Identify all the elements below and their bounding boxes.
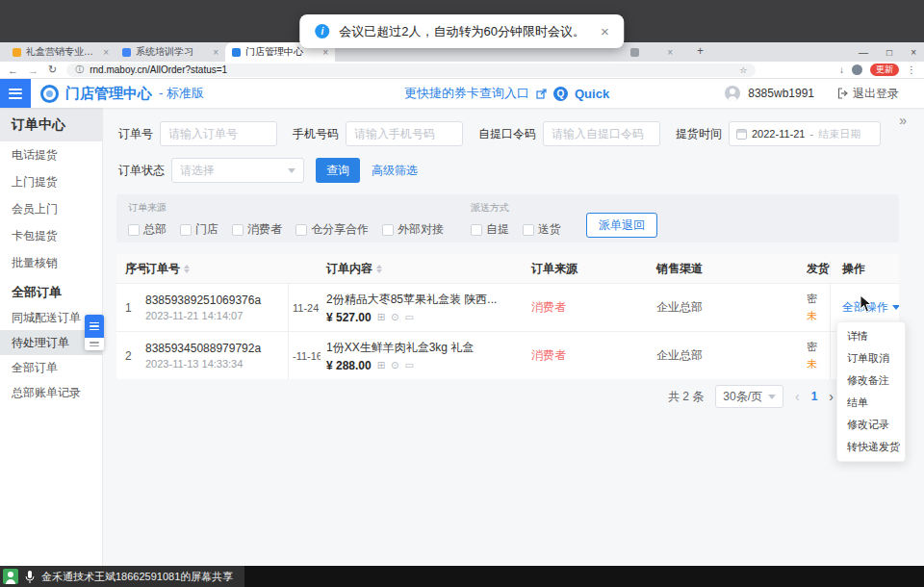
menu-item-details[interactable]: 详情	[837, 325, 905, 347]
app-edition: - 标准版	[159, 85, 204, 102]
user-avatar[interactable]	[725, 86, 740, 101]
quick-label[interactable]: Quick	[575, 87, 609, 101]
browser-address-bar: ← → ↻ ⓘ rnd.maboy.cn/AllOrder?status=1 ☆…	[0, 62, 924, 79]
checkbox-source-external[interactable]: 外部对接	[382, 221, 444, 238]
coupon-query-link[interactable]: 更快捷的券卡查询入口	[404, 85, 529, 102]
app-logo-icon	[40, 85, 59, 103]
checkbox-icon[interactable]	[128, 224, 140, 236]
checkbox-source-store[interactable]: 门店	[180, 221, 218, 238]
sidebar-item-hq-billing-records[interactable]: 总部账单记录	[0, 380, 102, 405]
browser-tab-2[interactable]: 系统培训学习 ×	[116, 42, 225, 62]
float-widget-menu-button[interactable]	[85, 315, 104, 338]
start-date-value[interactable]: 2022-11-21	[752, 128, 805, 140]
hamburger-icon	[90, 342, 99, 346]
sidebar-item-phone-pickup[interactable]: 电话提货	[0, 141, 102, 168]
pickup-time-range-picker[interactable]: 2022-11-21 - 结束日期	[729, 121, 881, 146]
bookmark-star-icon[interactable]: ☆	[739, 65, 747, 75]
menu-item-edit-remark[interactable]: 修改备注	[837, 370, 905, 392]
checkbox-icon[interactable]	[382, 224, 394, 236]
sidebar-item-door-pickup[interactable]: 上门提货	[0, 168, 102, 195]
phone-input[interactable]	[346, 121, 463, 146]
order-status-placeholder: 请选择	[180, 163, 288, 179]
menu-item-settle[interactable]: 结单	[837, 392, 905, 414]
coupon-icon: ⊞	[377, 312, 385, 322]
sort-icon[interactable]	[184, 265, 190, 273]
new-tab-button[interactable]: +	[697, 44, 704, 58]
checkbox-icon[interactable]	[232, 224, 244, 236]
order-no-input[interactable]	[160, 121, 277, 146]
address-bar-actions: ↓ 更新 ⋮	[839, 64, 916, 76]
sidebar-item-batch-verify[interactable]: 批量核销	[0, 249, 102, 276]
menu-item-switch-express[interactable]: 转快递发货	[837, 436, 905, 458]
browser-menu-icon[interactable]: ⋮	[907, 64, 916, 75]
pickup-code-input[interactable]	[543, 121, 660, 146]
pagination-next-icon[interactable]: ›	[829, 389, 834, 404]
tab-close-icon[interactable]: ×	[667, 47, 673, 58]
checkbox-self-pickup[interactable]: 自提	[471, 221, 509, 238]
download-icon[interactable]: ↓	[839, 64, 844, 75]
checkbox-icon[interactable]	[295, 224, 307, 236]
sidebar-toggle-button[interactable]	[0, 79, 31, 108]
tab-close-icon[interactable]: ×	[213, 47, 218, 58]
site-info-icon[interactable]: ⓘ	[75, 64, 84, 76]
ship-status-1: 密	[807, 292, 830, 306]
checkbox-delivery[interactable]: 送货	[523, 221, 561, 238]
end-date-placeholder[interactable]: 结束日期	[818, 127, 860, 141]
collapse-panel-icon[interactable]: »	[899, 113, 907, 128]
sidebar-item-card-pickup[interactable]: 卡包提货	[0, 222, 102, 249]
back-icon[interactable]: ←	[8, 64, 18, 76]
advanced-filter-link[interactable]: 高级筛选	[372, 163, 418, 179]
sidebar-item-all-orders[interactable]: 全部订单	[0, 355, 102, 380]
cell-order-source: 消费者	[527, 284, 653, 331]
checkbox-icon[interactable]	[471, 224, 482, 236]
browser-tab-partial[interactable]: ×	[624, 42, 680, 62]
dispatch-return-button[interactable]: 派单退回	[586, 213, 657, 238]
pagination-page-1[interactable]: 1	[811, 390, 818, 403]
cell-pickup-clipped: 11-24	[288, 284, 321, 331]
header-right: 8385wb1991 退出登录	[725, 79, 899, 108]
float-widget[interactable]	[85, 315, 104, 350]
menu-item-cancel-order[interactable]: 订单取消	[837, 347, 905, 370]
tab-close-icon[interactable]: ×	[103, 47, 109, 58]
window-maximize-icon[interactable]: □	[886, 47, 892, 58]
sort-icon[interactable]	[376, 265, 382, 273]
header-sales-channel: 销售渠道	[653, 261, 807, 277]
reload-icon[interactable]: ↻	[48, 64, 57, 76]
pagination-total: 共 2 条	[668, 389, 704, 405]
window-minimize-icon[interactable]: —	[859, 47, 868, 58]
order-price: ¥ 527.00	[326, 311, 372, 324]
pagination-prev-icon[interactable]: ‹	[795, 389, 800, 404]
menu-item-edit-history[interactable]: 修改记录	[837, 414, 905, 436]
tab-close-icon[interactable]: ×	[322, 47, 328, 58]
url-bar[interactable]: ⓘ rnd.maboy.cn/AllOrder?status=1 ☆	[66, 64, 756, 77]
float-widget-secondary-button[interactable]	[85, 338, 104, 350]
checkbox-source-warehouse-share[interactable]: 仓分享合作	[295, 221, 369, 238]
browser-update-button[interactable]: 更新	[870, 64, 899, 76]
browser-profile-avatar[interactable]	[852, 64, 862, 75]
order-source-options: 总部 门店 消费者 仓分享合作	[128, 221, 444, 238]
hamburger-icon	[90, 322, 99, 331]
browser-tab-1[interactable]: 礼盒营销专业管理中心 ×	[6, 42, 116, 62]
forward-icon[interactable]: →	[28, 64, 38, 76]
phone-label: 手机号码	[293, 126, 339, 142]
checkbox-source-hq[interactable]: 总部	[128, 221, 167, 238]
page-size-value: 30条/页	[723, 389, 762, 405]
actions-dropdown-menu: 详情 订单取消 修改备注 结单 修改记录 转快递发货	[836, 321, 906, 462]
sidebar-item-member-visit[interactable]: 会员上门	[0, 195, 102, 222]
sharer-avatar	[3, 569, 18, 584]
logout-button[interactable]: 退出登录	[837, 86, 899, 102]
header-order-content[interactable]: 订单内容	[321, 261, 527, 277]
toast-close-icon[interactable]: ×	[601, 23, 609, 39]
search-button[interactable]: 查询	[316, 158, 360, 183]
window-controls: — □ ×	[859, 42, 916, 62]
order-status-select[interactable]: 请选择	[171, 158, 304, 183]
header-order-no[interactable]: 订单号	[145, 261, 288, 277]
checkbox-icon[interactable]	[180, 224, 192, 236]
checkbox-label: 送货	[538, 221, 561, 238]
header-index: 序号	[116, 261, 145, 277]
page-size-select[interactable]: 30条/页	[715, 385, 783, 408]
checkbox-icon[interactable]	[523, 224, 534, 236]
window-close-icon[interactable]: ×	[911, 47, 916, 58]
checkbox-source-consumer[interactable]: 消费者	[232, 221, 282, 238]
chevron-down-icon	[892, 305, 899, 310]
